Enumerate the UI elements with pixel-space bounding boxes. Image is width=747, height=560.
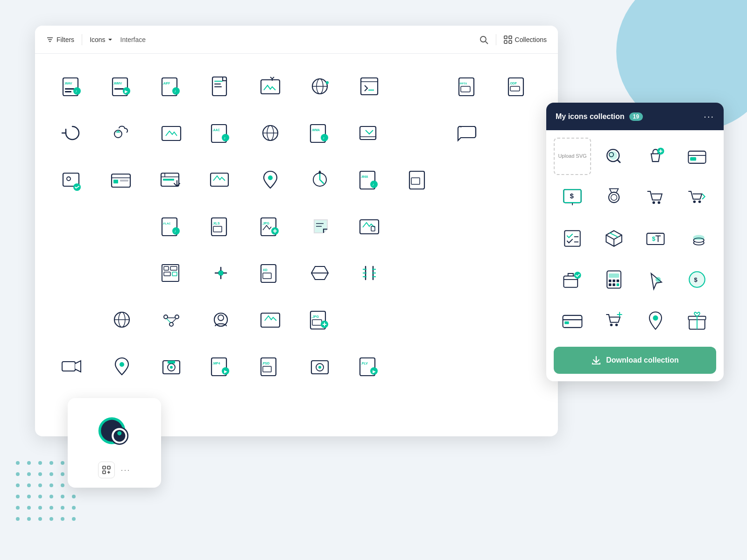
list-item[interactable] [197,63,244,110]
list-item[interactable] [395,156,442,203]
list-item[interactable] [494,203,541,250]
list-item[interactable] [595,261,633,298]
list-item[interactable]: .JPG [247,203,294,250]
filters-button[interactable]: Filters [46,36,74,43]
list-item[interactable] [395,203,442,250]
list-item[interactable] [346,296,393,343]
list-item[interactable]: .M4A♪ [346,156,393,203]
list-item[interactable] [494,343,541,390]
list-item[interactable] [49,343,96,390]
list-item[interactable]: $ [678,261,716,298]
list-item[interactable]: .AIFF♪ [148,63,195,110]
list-item[interactable] [445,296,492,343]
list-item[interactable] [296,250,343,296]
list-item[interactable] [49,296,96,343]
list-item[interactable]: .MP4▶ [197,343,244,390]
list-item[interactable] [637,261,674,298]
list-item[interactable] [247,296,294,343]
svg-point-151 [117,431,121,435]
list-item[interactable]: XD [247,250,294,296]
list-item[interactable] [445,203,492,250]
list-item[interactable] [296,343,343,390]
list-item[interactable]: .WMV▶ [99,63,145,110]
svg-text:.AAC: .AAC [212,128,220,132]
list-item[interactable] [637,302,674,339]
list-item[interactable] [346,203,393,250]
svg-rect-25 [214,81,223,82]
list-item[interactable] [346,250,393,296]
list-item[interactable] [148,296,195,343]
list-item[interactable] [247,110,294,156]
list-item[interactable] [445,250,492,296]
list-item[interactable] [148,250,195,296]
list-item[interactable] [595,179,633,216]
list-item[interactable] [445,110,492,156]
list-item[interactable] [49,110,96,156]
list-item[interactable] [494,110,541,156]
list-item[interactable]: .ODP [494,63,541,110]
list-item[interactable] [49,156,96,203]
list-item[interactable] [445,343,492,390]
list-item[interactable] [247,63,294,110]
list-item[interactable] [99,343,145,390]
list-item[interactable] [637,138,674,175]
list-item[interactable] [148,156,195,203]
list-item[interactable] [678,220,716,257]
upload-svg-button[interactable]: Upload SVG [554,138,591,175]
list-item[interactable] [678,138,716,175]
list-item[interactable] [637,179,674,216]
list-item[interactable] [197,250,244,296]
list-item[interactable] [296,203,343,250]
svg-rect-200 [617,280,620,282]
list-item[interactable] [197,296,244,343]
list-item[interactable] [445,156,492,203]
collections-button[interactable]: Collections [504,35,547,44]
list-item[interactable] [395,343,442,390]
list-item[interactable] [99,110,145,156]
list-item[interactable]: .PPTX [445,63,492,110]
list-item[interactable] [247,156,294,203]
add-to-collection-button[interactable] [98,462,115,478]
list-item[interactable]: .FLV▶ [346,343,393,390]
list-item[interactable] [395,250,442,296]
list-item[interactable]: .XLS [197,203,244,250]
more-options-button[interactable]: ··· [120,465,130,475]
list-item[interactable] [197,156,244,203]
list-item[interactable] [395,296,442,343]
list-item[interactable] [395,110,442,156]
list-item[interactable]: $ [637,220,674,257]
icons-dropdown[interactable]: Icons [90,36,113,43]
list-item[interactable]: .FLAC♪ [148,203,195,250]
list-item[interactable] [494,250,541,296]
list-item[interactable]: $ [554,179,591,216]
list-item[interactable] [494,296,541,343]
list-item[interactable] [554,261,591,298]
list-item[interactable] [148,110,195,156]
list-item[interactable] [99,250,145,296]
list-item[interactable] [494,156,541,203]
list-item[interactable]: .WAV♪ [49,63,96,110]
list-item[interactable] [595,138,633,175]
list-item[interactable] [554,220,591,257]
collection-menu-button[interactable]: ··· [704,111,714,122]
list-item[interactable]: .PSD [247,343,294,390]
list-item[interactable] [99,296,145,343]
list-item[interactable] [554,302,591,339]
download-collection-button[interactable]: Download collection [554,347,716,374]
list-item[interactable] [346,63,393,110]
list-item[interactable] [395,63,442,110]
list-item[interactable] [678,302,716,339]
list-item[interactable] [595,302,633,339]
list-item[interactable] [99,156,145,203]
list-item[interactable]: .WMA♪ [296,110,343,156]
list-item[interactable]: .JPG [296,296,343,343]
list-item[interactable] [346,110,393,156]
list-item[interactable] [595,220,633,257]
list-item[interactable] [296,63,343,110]
list-item[interactable] [49,250,96,296]
list-item[interactable] [296,156,343,203]
list-item[interactable]: .AAC♪ [197,110,244,156]
list-item[interactable] [148,343,195,390]
list-item[interactable] [678,179,716,216]
search-button[interactable] [479,35,488,44]
